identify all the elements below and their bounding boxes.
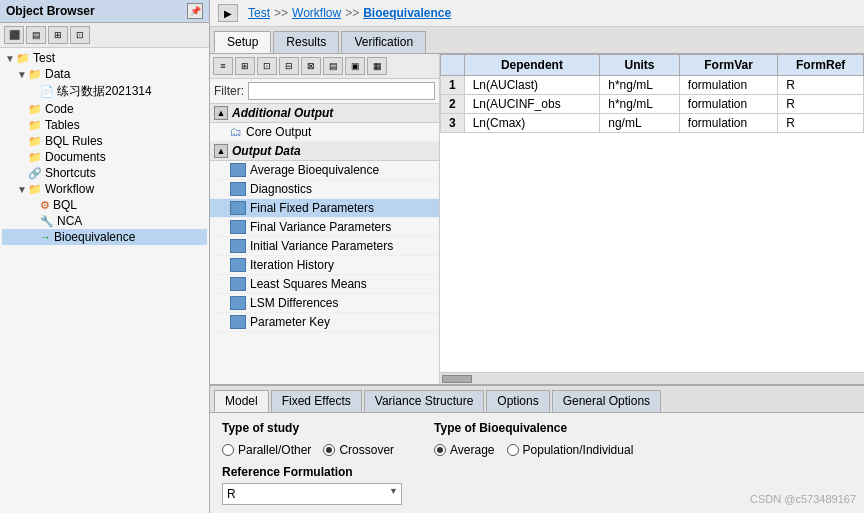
output-data-header[interactable]: ▲ Output Data — [210, 142, 439, 161]
tree-item-workflow[interactable]: ▼ 📁 Workflow — [2, 181, 207, 197]
tree-item-code[interactable]: 📁 Code — [2, 101, 207, 117]
toolbar-btn-3[interactable]: ⊞ — [48, 26, 68, 44]
list-btn-8[interactable]: ▦ — [367, 57, 387, 75]
tree-toggle-workflow[interactable]: ▼ — [16, 184, 28, 195]
output-item-lsm[interactable]: Least Squares Means — [210, 275, 439, 294]
list-btn-4[interactable]: ⊟ — [279, 57, 299, 75]
radio-population-label: Population/Individual — [523, 443, 634, 457]
tree-item-bql[interactable]: ⚙ BQL — [2, 197, 207, 213]
output-item-final-fixed[interactable]: Final Fixed Parameters — [210, 199, 439, 218]
gear-icon-bql: ⚙ — [40, 199, 50, 212]
core-output-label: Core Output — [246, 125, 311, 139]
folder-icon-test: 📁 — [16, 52, 30, 65]
scrollbar-thumb[interactable] — [442, 375, 472, 383]
iteration-icon — [230, 258, 246, 272]
output-data-label: Output Data — [232, 144, 301, 158]
bottom-row-1: Type of study Parallel/Other Crossover — [222, 421, 852, 457]
output-item-lsm-diff[interactable]: LSM Differences — [210, 294, 439, 313]
toolbar-btn-4[interactable]: ⊡ — [70, 26, 90, 44]
additional-output-label: Additional Output — [232, 106, 333, 120]
collapse-output-btn[interactable]: ▲ — [214, 144, 228, 158]
reference-formulation-select[interactable]: R — [222, 483, 402, 505]
link-icon-shortcuts: 🔗 — [28, 167, 42, 180]
output-item-param-key[interactable]: Parameter Key — [210, 313, 439, 332]
tree-toggle-test[interactable]: ▼ — [4, 53, 16, 64]
list-btn-7[interactable]: ▣ — [345, 57, 365, 75]
table-row-1: 1 Ln(AUClast) h*ng/mL formulation R — [441, 76, 864, 95]
cell-formref-3: R — [778, 114, 864, 133]
toolbar-btn-1[interactable]: ⬛ — [4, 26, 24, 44]
cell-formvar-1: formulation — [679, 76, 778, 95]
tree-item-tables[interactable]: 📁 Tables — [2, 117, 207, 133]
tab-results[interactable]: Results — [273, 31, 339, 53]
bottom-tab-options[interactable]: Options — [486, 390, 549, 412]
tree-label-test: Test — [33, 51, 55, 65]
nav-back-btn[interactable]: ▶ — [218, 4, 238, 22]
tree-item-documents[interactable]: 📁 Documents — [2, 149, 207, 165]
tree-toggle-documents — [16, 152, 28, 163]
iteration-label: Iteration History — [250, 258, 334, 272]
col-header-num — [441, 55, 465, 76]
output-item-initial-variance[interactable]: Initial Variance Parameters — [210, 237, 439, 256]
breadcrumb-workflow[interactable]: Workflow — [292, 6, 341, 20]
list-btn-5[interactable]: ⊠ — [301, 57, 321, 75]
pin-icon[interactable]: 📌 — [187, 3, 203, 19]
breadcrumb-test[interactable]: Test — [248, 6, 270, 20]
tree-item-dataset[interactable]: 📄 练习数据2021314 — [2, 82, 207, 101]
tab-verification[interactable]: Verification — [341, 31, 426, 53]
data-table-container[interactable]: Dependent Units FormVar FormRef 1 Ln(AUC… — [440, 54, 864, 372]
bottom-tab-general[interactable]: General Options — [552, 390, 661, 412]
list-btn-3[interactable]: ⊡ — [257, 57, 277, 75]
additional-output-header[interactable]: ▲ Additional Output — [210, 104, 439, 123]
output-item-avg-be[interactable]: Average Bioequivalence — [210, 161, 439, 180]
radio-parallel-circle[interactable] — [222, 444, 234, 456]
bottom-tab-variance[interactable]: Variance Structure — [364, 390, 485, 412]
type-of-be-group: Type of Bioequivalence Average Populatio… — [434, 421, 633, 457]
tab-setup[interactable]: Setup — [214, 31, 271, 53]
list-btn-6[interactable]: ▤ — [323, 57, 343, 75]
left-toolbar: ⬛ ▤ ⊞ ⊡ — [0, 23, 209, 48]
horizontal-scrollbar[interactable] — [440, 372, 864, 384]
output-item-final-variance[interactable]: Final Variance Parameters — [210, 218, 439, 237]
lsm-diff-label: LSM Differences — [250, 296, 338, 310]
radio-average[interactable]: Average — [434, 443, 494, 457]
col-header-formref: FormRef — [778, 55, 864, 76]
type-of-be-options: Average Population/Individual — [434, 443, 633, 457]
output-item-iteration[interactable]: Iteration History — [210, 256, 439, 275]
diagnostics-label: Diagnostics — [250, 182, 312, 196]
list-btn-1[interactable]: ≡ — [213, 57, 233, 75]
filter-row: Filter: — [210, 79, 439, 104]
tree-item-shortcuts[interactable]: 🔗 Shortcuts — [2, 165, 207, 181]
toolbar-btn-2[interactable]: ▤ — [26, 26, 46, 44]
tree-toggle-bioequivalence — [28, 232, 40, 243]
bottom-tab-fixed-effects[interactable]: Fixed Effects — [271, 390, 362, 412]
radio-crossover-circle[interactable] — [323, 444, 335, 456]
radio-population[interactable]: Population/Individual — [507, 443, 634, 457]
app-container: Object Browser 📌 ⬛ ▤ ⊞ ⊡ ▼ 📁 Test — [0, 0, 864, 513]
tree-item-bioequivalence[interactable]: → Bioequivalence — [2, 229, 207, 245]
tree-toggle-data[interactable]: ▼ — [16, 69, 28, 80]
final-fixed-icon — [230, 201, 246, 215]
folder-icon-workflow: 📁 — [28, 183, 42, 196]
tree-item-nca[interactable]: 🔧 NCA — [2, 213, 207, 229]
collapse-additional-btn[interactable]: ▲ — [214, 106, 228, 120]
tree-item-data[interactable]: ▼ 📁 Data — [2, 66, 207, 82]
param-key-label: Parameter Key — [250, 315, 330, 329]
tree-item-test[interactable]: ▼ 📁 Test — [2, 50, 207, 66]
col-header-units: Units — [600, 55, 680, 76]
radio-parallel[interactable]: Parallel/Other — [222, 443, 311, 457]
radio-average-circle[interactable] — [434, 444, 446, 456]
param-key-icon — [230, 315, 246, 329]
type-of-study-group: Type of study Parallel/Other Crossover — [222, 421, 394, 457]
tree-item-bql-rules[interactable]: 📁 BQL Rules — [2, 133, 207, 149]
bottom-tab-model[interactable]: Model — [214, 390, 269, 412]
radio-crossover[interactable]: Crossover — [323, 443, 394, 457]
data-table: Dependent Units FormVar FormRef 1 Ln(AUC… — [440, 54, 864, 133]
output-item-diagnostics[interactable]: Diagnostics — [210, 180, 439, 199]
list-btn-2[interactable]: ⊞ — [235, 57, 255, 75]
list-toolbar: ≡ ⊞ ⊡ ⊟ ⊠ ▤ ▣ ▦ — [210, 54, 439, 79]
final-variance-label: Final Variance Parameters — [250, 220, 391, 234]
radio-population-circle[interactable] — [507, 444, 519, 456]
output-item-core[interactable]: 🗂 Core Output — [210, 123, 439, 142]
filter-input[interactable] — [248, 82, 435, 100]
